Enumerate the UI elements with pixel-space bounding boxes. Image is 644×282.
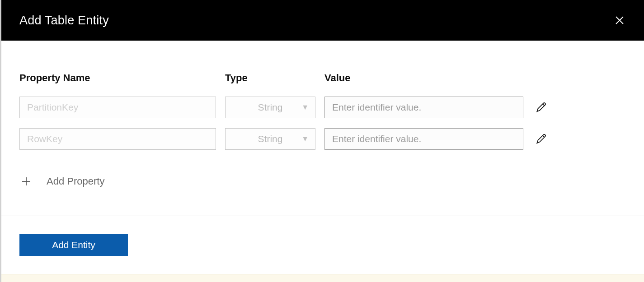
property-value-placeholder: Enter identifier value. bbox=[332, 134, 421, 144]
add-table-entity-dialog: Add Table Entity Property Name Type Valu… bbox=[0, 0, 644, 282]
add-property-label: Add Property bbox=[47, 176, 104, 187]
property-type-display: String bbox=[258, 134, 283, 144]
property-type-select-rowkey[interactable]: String ▼ bbox=[225, 128, 315, 150]
property-type-display: String bbox=[258, 102, 283, 113]
edit-button-rowkey[interactable] bbox=[532, 130, 550, 148]
property-value-placeholder: Enter identifier value. bbox=[332, 102, 421, 113]
status-bar bbox=[1, 274, 644, 282]
close-button[interactable] bbox=[613, 14, 626, 27]
property-name-placeholder: PartitionKey bbox=[27, 102, 78, 113]
edit-button-partitionkey[interactable] bbox=[532, 98, 550, 116]
svg-line-3 bbox=[543, 135, 545, 137]
property-type-select-partitionkey[interactable]: String ▼ bbox=[225, 97, 315, 118]
column-header-name: Property Name bbox=[19, 72, 216, 87]
pencil-icon bbox=[536, 102, 547, 113]
add-entity-button[interactable]: Add Entity bbox=[19, 234, 128, 256]
property-name-input-rowkey[interactable]: RowKey bbox=[19, 128, 216, 150]
property-name-placeholder: RowKey bbox=[27, 134, 62, 144]
chevron-down-icon: ▼ bbox=[301, 135, 309, 143]
column-header-type: Type bbox=[225, 72, 315, 87]
properties-grid: Property Name Type Value PartitionKey St… bbox=[19, 72, 626, 150]
dialog-body: Property Name Type Value PartitionKey St… bbox=[1, 41, 644, 216]
property-value-input-rowkey[interactable]: Enter identifier value. bbox=[324, 128, 523, 150]
property-name-input-partitionkey[interactable]: PartitionKey bbox=[19, 97, 216, 118]
dialog-title: Add Table Entity bbox=[19, 14, 109, 28]
add-property-button[interactable]: Add Property bbox=[19, 175, 626, 188]
close-icon bbox=[615, 15, 625, 25]
pencil-icon bbox=[536, 133, 547, 145]
plus-icon bbox=[19, 175, 33, 188]
svg-line-2 bbox=[543, 104, 545, 106]
dialog-header: Add Table Entity bbox=[1, 0, 644, 41]
dialog-footer: Add Entity bbox=[1, 216, 644, 274]
column-header-value: Value bbox=[324, 72, 523, 87]
property-value-input-partitionkey[interactable]: Enter identifier value. bbox=[324, 97, 523, 118]
chevron-down-icon: ▼ bbox=[301, 103, 309, 111]
